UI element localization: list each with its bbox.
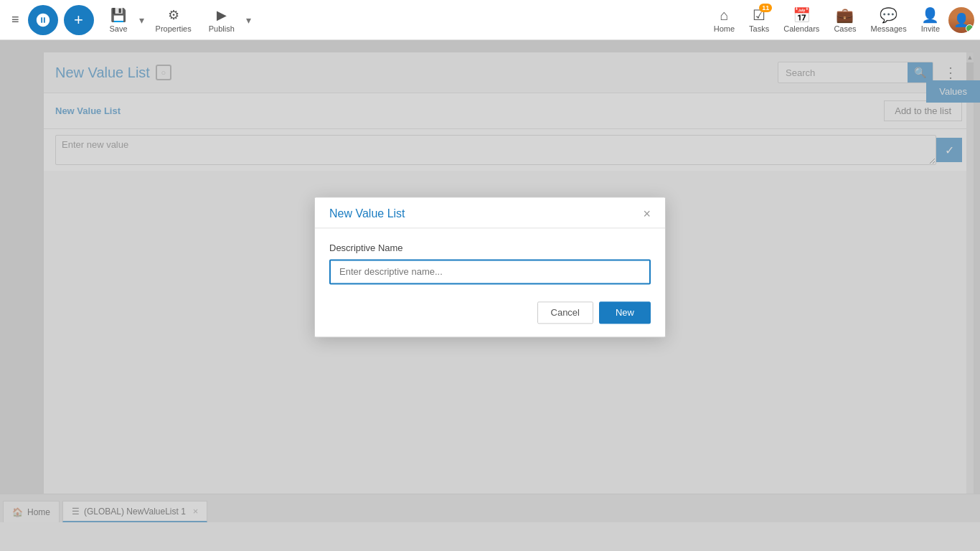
descriptive-name-input[interactable] xyxy=(329,259,651,284)
save-icon: 💾 xyxy=(110,7,126,23)
play-icon: ▶ xyxy=(217,7,227,23)
add-button[interactable]: + xyxy=(64,5,94,35)
hamburger-menu[interactable]: ≡ xyxy=(6,6,25,33)
invite-nav-button[interactable]: 👤 Invite xyxy=(915,4,946,36)
cancel-button[interactable]: Cancel xyxy=(537,301,593,324)
home-nav-button[interactable]: ⌂ Home xyxy=(708,4,740,36)
calendars-nav-button[interactable]: 📅 Calendars xyxy=(778,4,825,36)
top-navigation: ≡ + 💾 Save ▾ ⚙ Properties ▶ Publish ▾ ⌂ … xyxy=(0,0,980,40)
avatar[interactable]: 👤 xyxy=(948,7,974,33)
cases-icon: 💼 xyxy=(836,6,854,24)
gear-icon: ⚙ xyxy=(168,7,179,23)
cases-nav-button[interactable]: 💼 Cases xyxy=(828,4,862,36)
avatar-image: 👤 xyxy=(948,7,974,33)
dialog-body: Descriptive Name xyxy=(315,228,665,301)
home-icon: ⌂ xyxy=(720,7,728,24)
nav-right-icons: ⌂ Home 11 ☑ Tasks 📅 Calendars 💼 Cases 💬 … xyxy=(708,4,974,36)
messages-icon: 💬 xyxy=(880,6,897,24)
save-button[interactable]: 💾 Save xyxy=(103,4,135,36)
dialog-title: New Value List xyxy=(329,207,405,220)
main-area: Values New Value List ○ 🔍 ⋮ New Value Li… xyxy=(0,40,980,522)
new-value-list-dialog: New Value List × Descriptive Name Cancel… xyxy=(314,197,666,337)
new-button[interactable]: New xyxy=(599,301,651,324)
dialog-close-button[interactable]: × xyxy=(643,207,651,220)
dialog-header: New Value List × xyxy=(315,197,665,228)
toolbar-actions: 💾 Save ▾ ⚙ Properties ▶ Publish ▾ xyxy=(103,4,253,36)
calendar-icon: 📅 xyxy=(793,6,811,24)
app-logo xyxy=(28,5,58,35)
publish-button[interactable]: ▶ Publish xyxy=(202,4,242,36)
save-dropdown[interactable]: ▾ xyxy=(138,11,146,29)
properties-button[interactable]: ⚙ Properties xyxy=(149,4,199,36)
invite-icon: 👤 xyxy=(921,6,939,24)
publish-dropdown[interactable]: ▾ xyxy=(245,11,253,29)
descriptive-name-label: Descriptive Name xyxy=(329,242,651,253)
tasks-nav-button[interactable]: 11 ☑ Tasks xyxy=(743,4,775,36)
tasks-badge: 11 xyxy=(759,4,772,12)
messages-nav-button[interactable]: 💬 Messages xyxy=(865,4,913,36)
dialog-footer: Cancel New xyxy=(315,301,665,336)
